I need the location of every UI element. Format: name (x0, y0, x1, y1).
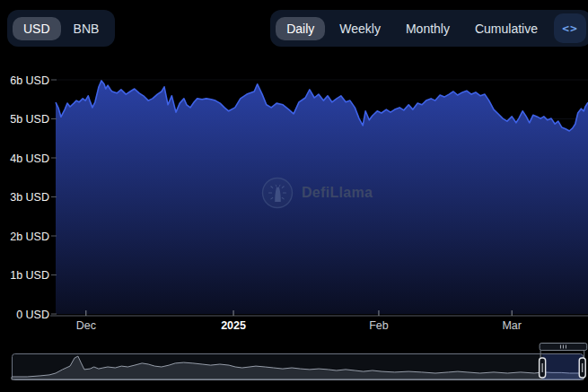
x-axis-label: 2025 (221, 319, 246, 332)
interval-tabs: Daily Weekly Monthly Cumulative <> (270, 10, 588, 47)
y-axis-label: 2b USD (10, 231, 49, 243)
x-axis-label: Dec (76, 319, 96, 332)
currency-option-usd[interactable]: USD (13, 17, 61, 40)
y-axis-label: 6b USD (10, 74, 49, 87)
navigator-selected-range[interactable] (542, 354, 583, 379)
y-axis-label: 4b USD (10, 152, 49, 165)
tab-cumulative[interactable]: Cumulative (464, 17, 549, 40)
currency-option-bnb[interactable]: BNB (63, 17, 110, 40)
y-axis-label: 5b USD (10, 113, 49, 126)
tab-monthly[interactable]: Monthly (395, 17, 461, 40)
tab-daily[interactable]: Daily (276, 17, 325, 40)
x-axis-label: Feb (369, 319, 389, 332)
y-axis-label: 0 USD (16, 309, 49, 321)
code-brackets-icon: <> (562, 22, 578, 35)
chart-page: 0 USD1b USD2b USD3b USD4b USD5b USD6b US… (0, 0, 588, 392)
y-axis-label: 3b USD (10, 191, 49, 204)
tab-weekly[interactable]: Weekly (329, 17, 391, 40)
x-axis-label: Mar (502, 319, 522, 332)
embed-code-button[interactable]: <> (554, 13, 586, 43)
y-axis-label: 1b USD (10, 269, 49, 282)
tvl-chart-canvas[interactable]: 0 USD1b USD2b USD3b USD4b USD5b USD6b US… (0, 0, 588, 392)
currency-toggle: USD BNB (7, 10, 115, 47)
tvl-area-fill[interactable] (56, 81, 588, 314)
